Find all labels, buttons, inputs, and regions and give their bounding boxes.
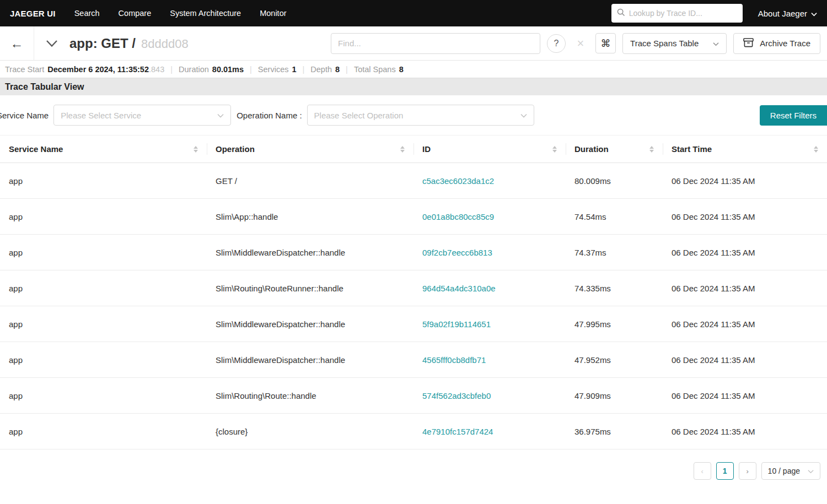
collapse-chevron-icon[interactable]	[34, 26, 69, 60]
cell-start-time: 06 Dec 2024 11:35 AM	[663, 414, 827, 449]
cell-id: 964d54a4dc310a0e	[414, 270, 566, 306]
cell-start-time: 06 Dec 2024 11:35 AM	[663, 235, 827, 270]
span-id-link[interactable]: 0e01a8bc80cc85c9	[422, 212, 494, 221]
span-id-link[interactable]: 09f2cb7eecc6b813	[422, 248, 492, 257]
trace-lookup-input[interactable]	[629, 9, 737, 18]
divider: |	[250, 65, 252, 74]
reset-filters-button[interactable]: Reset Filters	[760, 105, 827, 126]
trace-view-select-value: Trace Spans Table	[630, 39, 699, 48]
cell-duration: 74.37ms	[566, 235, 663, 270]
clear-find-button[interactable]: ×	[572, 36, 589, 51]
archive-trace-button[interactable]: Archive Trace	[733, 33, 820, 54]
cell-duration: 74.335ms	[566, 270, 663, 306]
service-select[interactable]: Please Select Service	[53, 105, 231, 126]
table-row: appSlim\MiddlewareDispatcher::handle5f9a…	[0, 306, 827, 342]
back-button[interactable]: ←	[0, 26, 34, 60]
cell-service-name: app	[0, 163, 207, 199]
prev-page-button[interactable]: ‹	[694, 462, 711, 480]
duration-label: Duration	[179, 65, 209, 74]
total-spans-value: 8	[399, 65, 404, 74]
cell-duration: 47.909ms	[566, 378, 663, 414]
column-header-operation[interactable]: Operation	[207, 136, 414, 163]
sort-icon[interactable]	[400, 146, 405, 153]
column-header-label: Duration	[574, 144, 609, 154]
archive-icon	[743, 38, 754, 49]
sort-icon[interactable]	[552, 146, 557, 153]
cell-duration: 47.995ms	[566, 306, 663, 342]
service-filter-label: Service Name	[0, 111, 49, 120]
trace-view-select[interactable]: Trace Spans Table	[622, 33, 727, 54]
divider: |	[303, 65, 305, 74]
nav-item-search[interactable]: Search	[74, 9, 100, 18]
sort-icon[interactable]	[194, 146, 198, 153]
cell-id: 0e01a8bc80cc85c9	[414, 199, 566, 235]
trace-lookup	[611, 4, 743, 23]
nav-item-monitor[interactable]: Monitor	[260, 9, 286, 18]
operation-select-placeholder: Please Select Operation	[314, 111, 404, 120]
page-size-select[interactable]: 10 / page	[761, 462, 820, 480]
cell-operation: Slim\MiddlewareDispatcher::handle	[207, 342, 414, 378]
operation-select[interactable]: Please Select Operation	[307, 105, 534, 126]
cell-start-time: 06 Dec 2024 11:35 AM	[663, 378, 827, 414]
column-header-start-time[interactable]: Start Time	[663, 136, 827, 163]
trace-start-label: Trace Start	[5, 65, 44, 74]
trace-header: ← app: GET / 8dddd08 ? × ⌘ Trace Spans T…	[0, 26, 827, 61]
cell-id: 4565fff0cb8dfb71	[414, 342, 566, 378]
nav-item-system-architecture[interactable]: System Architecture	[170, 9, 241, 18]
about-jaeger-menu[interactable]: About Jaeger	[758, 9, 817, 18]
chevron-down-icon	[217, 110, 224, 120]
search-icon	[617, 8, 625, 19]
sort-icon[interactable]	[649, 146, 654, 153]
span-id-link[interactable]: c5ac3ec6023da1c2	[422, 176, 494, 186]
span-id-link[interactable]: 5f9a02f19b114651	[422, 319, 491, 329]
cell-id: c5ac3ec6023da1c2	[414, 163, 566, 199]
column-header-id[interactable]: ID	[414, 136, 566, 163]
divider: |	[346, 65, 348, 74]
command-shortcut-button[interactable]: ⌘	[595, 33, 616, 53]
column-header-service-name[interactable]: Service Name	[0, 136, 207, 163]
cell-start-time: 06 Dec 2024 11:35 AM	[663, 163, 827, 199]
next-page-button[interactable]: ›	[739, 462, 756, 480]
cell-duration: 36.975ms	[566, 414, 663, 449]
chevron-down-icon	[808, 467, 814, 475]
operation-filter-label: Operation Name :	[237, 111, 302, 120]
table-row: appSlim\Routing\Route::handle574f562ad3c…	[0, 378, 827, 414]
span-id-link[interactable]: 574f562ad3cbfeb0	[422, 391, 491, 400]
span-id-link[interactable]: 964d54a4dc310a0e	[422, 284, 496, 293]
trace-id-short: 8dddd08	[141, 37, 189, 51]
section-title: Trace Tabular View	[0, 78, 827, 95]
column-header-label: Operation	[216, 144, 255, 154]
app-logo[interactable]: JAEGER UI	[10, 9, 56, 18]
table-header-row: Service NameOperationIDDurationStart Tim…	[0, 136, 827, 163]
cell-start-time: 06 Dec 2024 11:35 AM	[663, 306, 827, 342]
column-header-duration[interactable]: Duration	[566, 136, 663, 163]
table-row: appSlim\App::handle0e01a8bc80cc85c974.54…	[0, 199, 827, 235]
find-input[interactable]	[331, 33, 540, 54]
trace-summary-bar: Trace Start December 6 2024, 11:35:52.84…	[0, 61, 827, 78]
column-header-label: Start Time	[672, 144, 712, 154]
spans-table: Service NameOperationIDDurationStart Tim…	[0, 135, 827, 449]
nav-item-compare[interactable]: Compare	[119, 9, 152, 18]
span-id-link[interactable]: 4e7910fc157d7424	[422, 427, 493, 436]
cell-operation: Slim\MiddlewareDispatcher::handle	[207, 235, 414, 270]
cell-service-name: app	[0, 306, 207, 342]
nav-menu: SearchCompareSystem ArchitectureMonitor	[74, 9, 287, 18]
cell-start-time: 06 Dec 2024 11:35 AM	[663, 270, 827, 306]
table-body: appGET /c5ac3ec6023da1c280.009ms06 Dec 2…	[0, 163, 827, 449]
cell-service-name: app	[0, 270, 207, 306]
cell-operation: Slim\Routing\Route::handle	[207, 378, 414, 414]
cell-duration: 80.009ms	[566, 163, 663, 199]
trace-start-value: December 6 2024, 11:35:52	[47, 65, 149, 74]
table-row: appSlim\MiddlewareDispatcher::handle4565…	[0, 342, 827, 378]
archive-trace-label: Archive Trace	[760, 39, 810, 48]
header-controls: ? × ⌘ Trace Spans Table Archive Trace	[331, 33, 827, 54]
span-id-link[interactable]: 4565fff0cb8dfb71	[422, 355, 486, 365]
table-row: appSlim\MiddlewareDispatcher::handle09f2…	[0, 235, 827, 270]
cell-service-name: app	[0, 342, 207, 378]
column-header-label: Service Name	[9, 144, 63, 154]
chevron-down-icon	[520, 110, 527, 120]
page-number-button[interactable]: 1	[716, 462, 734, 480]
sort-icon[interactable]	[814, 146, 818, 153]
cell-id: 5f9a02f19b114651	[414, 306, 566, 342]
help-button[interactable]: ?	[547, 34, 566, 53]
